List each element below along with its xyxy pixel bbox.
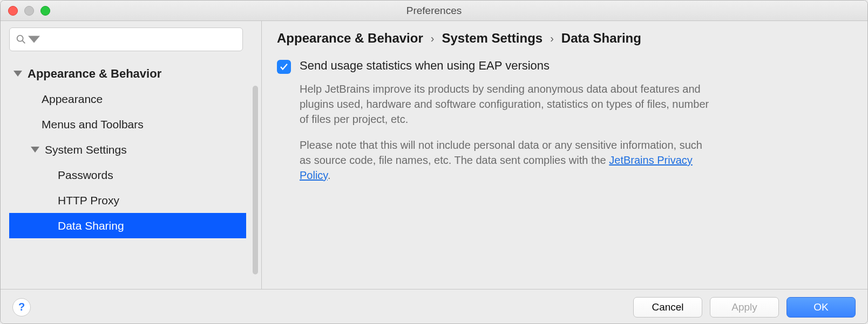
sidebar-item-appearance-behavior[interactable]: Appearance & Behavior [9, 61, 246, 86]
cancel-button[interactable]: Cancel [633, 297, 702, 318]
sidebar-item-label: Data Sharing [58, 219, 124, 232]
breadcrumb-part: System Settings [442, 31, 542, 46]
breadcrumb-part: Data Sharing [561, 31, 641, 46]
breadcrumb-part: Appearance & Behavior [277, 31, 423, 46]
sidebar-item-label: Appearance & Behavior [28, 67, 161, 81]
chevron-down-icon [28, 33, 40, 45]
sidebar-item-appearance[interactable]: Appearance [9, 86, 246, 112]
disclosure-icon [31, 147, 39, 153]
option-description: Help JetBrains improve its products by s… [300, 81, 710, 183]
chevron-right-icon: › [550, 32, 554, 45]
help-button[interactable]: ? [12, 298, 31, 316]
send-usage-stats-option[interactable]: Send usage statistics when using EAP ver… [277, 59, 852, 74]
sidebar: Appearance & Behavior Appearance Menus a… [1, 21, 262, 289]
settings-tree: Appearance & Behavior Appearance Menus a… [9, 61, 246, 238]
sidebar-item-label: Menus and Toolbars [42, 118, 144, 131]
sidebar-item-label: System Settings [45, 143, 127, 156]
content-pane: Appearance & Behavior › System Settings … [262, 21, 867, 289]
sidebar-item-menus-toolbars[interactable]: Menus and Toolbars [9, 112, 246, 137]
search-icon [15, 33, 27, 45]
chevron-right-icon: › [431, 32, 435, 45]
disclosure-icon [13, 71, 22, 77]
ok-button[interactable]: OK [786, 297, 856, 318]
help-paragraph: Please note that this will not include p… [300, 137, 710, 183]
svg-point-0 [17, 36, 23, 42]
titlebar: Preferences [1, 1, 867, 21]
apply-button[interactable]: Apply [710, 297, 779, 318]
sidebar-item-passwords[interactable]: Passwords [9, 162, 246, 188]
sidebar-item-data-sharing[interactable]: Data Sharing [9, 213, 246, 238]
sidebar-item-http-proxy[interactable]: HTTP Proxy [9, 188, 246, 213]
window-title: Preferences [1, 5, 867, 17]
sidebar-scrollbar[interactable] [253, 86, 258, 274]
sidebar-item-system-settings[interactable]: System Settings [9, 137, 246, 162]
sidebar-item-label: Passwords [58, 169, 113, 182]
option-label: Send usage statistics when using EAP ver… [300, 59, 550, 73]
help-text-span: . [328, 169, 331, 181]
sidebar-item-label: HTTP Proxy [58, 194, 119, 207]
svg-line-1 [23, 41, 25, 44]
search-box[interactable] [9, 27, 243, 51]
sidebar-item-label: Appearance [42, 93, 103, 106]
search-input[interactable] [43, 34, 237, 45]
checkbox-checked-icon[interactable] [277, 60, 291, 74]
dialog-footer: ? Cancel Apply OK [1, 289, 867, 324]
breadcrumb: Appearance & Behavior › System Settings … [277, 31, 852, 46]
help-paragraph: Help JetBrains improve its products by s… [300, 81, 710, 127]
